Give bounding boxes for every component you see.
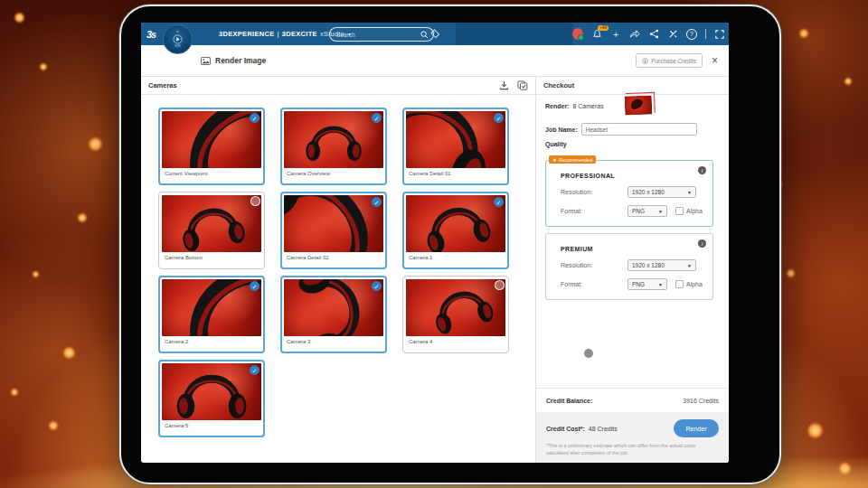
ember [844,78,852,85]
camera-card-label: Camera 2 [162,336,261,344]
notification-badge: +99 [598,25,609,31]
camera-card[interactable]: Camera Overview [280,108,387,185]
camera-selected-checkmark[interactable] [372,281,382,291]
topbar-actions: +99 ＋ ? [572,23,725,45]
alpha-option: Alpha [675,207,703,215]
job-name-input[interactable] [581,123,697,136]
resolution-select[interactable]: 1920 x 1280 ▼ [627,186,696,198]
camera-card[interactable]: Camera Detail 02 [280,192,387,269]
camera-card-label: Camera 3 [284,336,383,344]
ember [63,347,75,359]
camera-card[interactable]: Camera Detail 01 [402,108,509,185]
resolution-value: 1920 x 1280 [632,189,684,195]
checkout-footer: Credit Cost*: 48 Credits Render *This is… [536,412,729,463]
scroll-indicator-dot [584,349,593,358]
camera-card-label: Current Viewpoint [162,168,261,176]
alpha-option: Alpha [675,280,703,288]
fullscreen-icon[interactable] [714,29,725,40]
share-arrow-icon[interactable] [629,29,640,40]
camera-card-label: Camera Overview [284,168,383,176]
camera-card[interactable]: Camera 2 [158,276,265,353]
info-icon[interactable]: i [698,239,706,248]
scene: 3s 3DEXPERIENCE | 3DEXCITE xStudio ▾ [0,0,868,488]
camera-card-label: Camera Detail 02 [284,252,383,260]
compass-badge[interactable]: ʷ V,R [163,24,193,54]
camera-thumbnail [406,195,505,252]
add-icon[interactable]: ＋ [610,29,621,40]
alpha-label: Alpha [686,281,703,287]
ember [787,269,795,277]
topbar-separator [705,29,706,39]
camera-selected-checkmark[interactable] [372,113,382,123]
ember [33,271,39,277]
credit-cost-label: Credit Cost*: [546,426,585,432]
format-label: Format: [561,208,627,214]
camera-card-label: Camera Detail 01 [406,168,505,176]
recommended-label: Recommended [559,157,592,163]
camera-selected-checkmark[interactable] [494,113,504,123]
camera-selected-checkmark[interactable] [250,196,260,206]
resolution-row: Resolution: 1920 x 1280 ▼ [561,186,712,198]
ember [40,63,47,70]
camera-selected-checkmark[interactable] [494,197,504,207]
purchase-credits-button[interactable]: Purchase Credits [636,53,703,68]
camera-card[interactable]: Camera 3 [280,276,387,353]
camera-selected-checkmark[interactable] [250,113,259,123]
camera-grid: Current Viewpoint Camera Overview [141,95,535,444]
cameras-title: Cameras [148,81,177,89]
share-nodes-icon[interactable] [648,29,659,40]
chevron-down-icon: ▼ [658,282,663,287]
search-icon[interactable] [420,31,429,39]
alpha-checkbox[interactable] [675,280,684,288]
render-count: 8 Cameras [572,103,603,109]
job-name-row: Job Name: [545,123,697,136]
quality-label: Quality [545,141,567,147]
close-icon[interactable]: × [712,55,718,66]
camera-card-label: Camera 5 [162,420,261,428]
user-avatar[interactable] [572,29,583,40]
tier-professional[interactable]: i PROFESSIONAL Resolution: 1920 x 1280 ▼ [545,160,713,227]
search-input[interactable] [335,31,417,39]
topbar-dim-section [456,23,573,45]
camera-selected-checkmark[interactable] [250,281,259,291]
camera-thumbnail [162,195,261,252]
notifications-bell-icon[interactable]: +99 [591,29,602,40]
camera-card[interactable]: Camera 4 [402,276,509,353]
alpha-checkbox[interactable] [675,207,684,215]
ember [89,137,102,151]
resolution-row: Resolution: 1920 x 1280 ▼ [561,259,712,271]
dialog-title-group: Render Image [201,56,266,65]
camera-card[interactable]: Current Viewpoint [158,108,265,185]
camera-thumbnail [162,363,261,420]
camera-card[interactable]: Camera 5 [158,360,265,437]
render-button[interactable]: Render [674,419,719,437]
camera-selected-checkmark[interactable] [495,280,505,290]
dialog-header: Render Image Purchase Credits × [141,45,729,77]
format-select[interactable]: PNG ▼ [627,278,667,290]
compass-bottom-label: V,R [175,44,180,48]
resolution-select[interactable]: 1920 x 1280 ▼ [627,259,696,271]
format-select[interactable]: PNG ▼ [627,205,667,217]
help-icon[interactable]: ? [686,29,697,40]
info-icon[interactable]: i [698,166,706,174]
credit-balance-label: Credit Balance: [546,398,592,404]
ember [11,389,18,396]
chevron-down-icon: ▼ [687,263,692,268]
brand-3dexcite: 3DEXCITE [282,30,317,38]
search-box[interactable] [329,27,434,42]
select-all-icon[interactable] [517,80,528,90]
tag-icon[interactable] [430,29,440,39]
cameras-toolbar [499,80,528,90]
3ds-logo-icon: 3s [141,29,161,40]
download-icon[interactable] [499,80,509,90]
camera-card[interactable]: Camera 1 [402,192,509,269]
credit-cost-value: 48 Credits [589,426,618,432]
camera-selected-checkmark[interactable] [250,365,259,375]
tools-icon[interactable] [667,29,678,40]
chevron-down-icon: ▼ [658,209,663,214]
camera-card[interactable]: Camera Bottom [158,192,265,269]
tier-premium[interactable]: i PREMIUM Resolution: 1920 x 1280 ▼ For [545,233,713,300]
camera-thumbnail [284,279,383,336]
tablet-device: 3s 3DEXPERIENCE | 3DEXCITE xStudio ▾ [119,5,781,484]
camera-selected-checkmark[interactable] [372,197,382,207]
